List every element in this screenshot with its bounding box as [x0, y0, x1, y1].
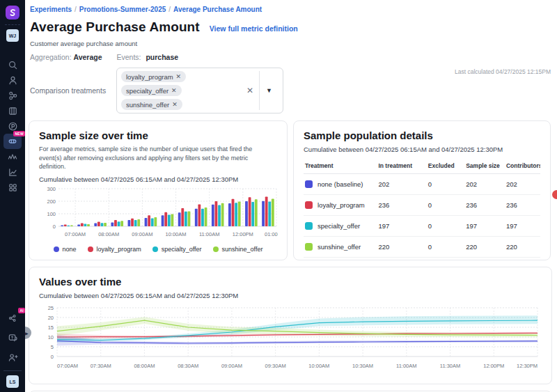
- chip-remove-icon[interactable]: ✕: [176, 73, 182, 80]
- treatment-chips: loyalty_program✕specialty_offer✕sunshine…: [121, 71, 241, 110]
- sidebar: WJ NEW AI LS: [0, 0, 25, 392]
- svg-text:01:00PM: 01:00PM: [265, 231, 278, 237]
- svg-text:15: 15: [48, 324, 54, 331]
- table-row: sunshine_offer2200220220: [304, 237, 540, 258]
- svg-text:5: 5: [51, 344, 54, 350]
- svg-text:12:00PM: 12:00PM: [233, 231, 253, 237]
- population-title: Sample population details: [304, 130, 540, 141]
- sample-size-period: Cumulative between 04/27/2025 06:15AM an…: [39, 175, 277, 183]
- comparison-treatments-label: Comparison treatments: [30, 86, 116, 95]
- chevron-down-icon[interactable]: ▼: [260, 87, 278, 94]
- svg-text:11:30AM: 11:30AM: [440, 363, 460, 369]
- table-header: Sample size: [464, 159, 505, 174]
- events-value: purchase: [146, 53, 178, 61]
- svg-text:12:00PM: 12:00PM: [483, 363, 504, 369]
- breadcrumb: Experiments/Promotions-Summer-2025/Avera…: [30, 6, 551, 13]
- breadcrumb-metric-name[interactable]: Average Purchase Amount: [173, 6, 262, 13]
- feature-gates-icon[interactable]: [3, 88, 22, 103]
- ai-badge: AI: [18, 308, 25, 313]
- values-period: Cumulative between 04/27/2025 06:15AM an…: [39, 292, 542, 299]
- aggregation-value: Average: [73, 53, 102, 61]
- new-badge: NEW: [13, 131, 25, 136]
- svg-text:0: 0: [51, 354, 54, 360]
- svg-text:10: 10: [48, 334, 54, 340]
- autotune-icon[interactable]: [3, 149, 22, 164]
- legend-item: specialty_offer: [152, 246, 202, 253]
- treatment-select[interactable]: loyalty_program✕specialty_offer✕sunshine…: [116, 68, 283, 113]
- experiments-icon[interactable]: NEW: [3, 134, 22, 149]
- ai-assistant-icon[interactable]: AI: [3, 311, 22, 326]
- page-title: Average Purchase Amount: [30, 19, 200, 35]
- svg-text:0: 0: [53, 223, 56, 229]
- svg-text:25: 25: [48, 305, 54, 311]
- chip-remove-icon[interactable]: ✕: [171, 87, 177, 94]
- treatment-chip: loyalty_program✕: [121, 71, 186, 82]
- treatment-chip: sunshine_offer✕: [121, 99, 182, 110]
- last-calculated: Last calculated 04/27/2025 12:15PM: [455, 68, 551, 75]
- metrics-icon[interactable]: [3, 164, 22, 180]
- metric-subtitle: Customer average purchase amount: [30, 40, 551, 47]
- page-header: Experiments/Promotions-Summer-2025/Avera…: [25, 0, 557, 113]
- edge-notification-tab[interactable]: [552, 190, 557, 199]
- bar-chart-legend: noneloyalty_programspecialty_offersunshi…: [39, 246, 277, 253]
- dynamic-config-icon[interactable]: [3, 103, 22, 118]
- table-row: specialty_offer1970197197: [304, 216, 540, 237]
- breadcrumb-experiments[interactable]: Experiments: [30, 6, 72, 13]
- treatment-color-swatch: [305, 201, 313, 209]
- svg-text:09:00AM: 09:00AM: [132, 231, 152, 237]
- treatment-color-swatch: [305, 222, 313, 230]
- search-icon[interactable]: [3, 57, 22, 72]
- treatment-color-swatch: [305, 180, 313, 188]
- statsig-logo-icon[interactable]: [6, 6, 19, 19]
- table-header: In treatment: [377, 159, 426, 174]
- project-avatar[interactable]: WJ: [6, 29, 19, 42]
- svg-text:10:00AM: 10:00AM: [166, 231, 187, 237]
- view-metric-definition-link[interactable]: View full metric definition: [210, 24, 298, 33]
- svg-text:10:00AM: 10:00AM: [308, 363, 329, 369]
- main-content: Experiments/Promotions-Summer-2025/Avera…: [25, 0, 557, 392]
- svg-text:08:30AM: 08:30AM: [178, 363, 198, 369]
- sidebar-bottom-divider: [3, 370, 22, 371]
- clear-all-icon[interactable]: ✕: [241, 86, 259, 95]
- users-icon[interactable]: [3, 72, 22, 88]
- svg-text:10:30AM: 10:30AM: [352, 363, 373, 369]
- invite-user-icon[interactable]: [3, 350, 22, 365]
- table-header: Contributors: [505, 159, 540, 174]
- values-over-time-card: Values over time Cumulative between 04/2…: [29, 267, 552, 384]
- table-row: none (baseline)2020202202: [304, 174, 540, 195]
- legend-item: loyalty_program: [88, 246, 141, 253]
- sample-size-description: For average metrics, sample size is the …: [39, 145, 267, 171]
- treatment-chip: specialty_offer✕: [121, 85, 182, 96]
- sidebar-divider: [5, 24, 20, 25]
- svg-text:07:30AM: 07:30AM: [91, 363, 111, 369]
- svg-text:09:30AM: 09:30AM: [265, 363, 286, 369]
- table-row: loyalty_program2360236236: [304, 195, 540, 216]
- svg-text:12:30PM: 12:30PM: [517, 363, 538, 369]
- treatment-color-swatch: [305, 243, 313, 251]
- svg-text:09:00AM: 09:00AM: [221, 363, 242, 369]
- table-header: Treatment: [304, 159, 377, 174]
- svg-text:200: 200: [47, 198, 56, 204]
- user-avatar[interactable]: LS: [6, 375, 19, 388]
- sample-size-card: Sample size over time For average metric…: [29, 120, 288, 260]
- aggregation-row: Aggregation: Average Events: purchase: [30, 53, 551, 61]
- svg-text:07:00AM: 07:00AM: [57, 363, 78, 369]
- svg-text:300: 300: [47, 186, 56, 192]
- chip-remove-icon[interactable]: ✕: [172, 101, 178, 108]
- population-period: Cumulative between 04/27/2025 06:15AM an…: [304, 146, 540, 153]
- values-line-chart: 051015202507:00AM07:30AM08:00AM08:30AM09…: [39, 304, 542, 376]
- population-card: Sample population details Cumulative bet…: [293, 120, 551, 260]
- svg-text:11:00AM: 11:00AM: [396, 363, 416, 369]
- svg-text:20: 20: [48, 315, 54, 321]
- legend-item: sunshine_offer: [213, 246, 263, 253]
- breadcrumb-experiment-name[interactable]: Promotions-Summer-2025: [79, 6, 166, 13]
- svg-text:11:00AM: 11:00AM: [199, 231, 219, 237]
- help-icon[interactable]: [3, 330, 22, 345]
- svg-text:08:00AM: 08:00AM: [98, 231, 119, 237]
- svg-text:100: 100: [47, 210, 56, 217]
- values-title: Values over time: [39, 276, 542, 288]
- sample-size-bar-chart: 010020030007:00AM08:00AM09:00AM10:00AM11…: [39, 186, 278, 242]
- sample-size-title: Sample size over time: [39, 130, 277, 141]
- dashboards-icon[interactable]: [3, 180, 22, 195]
- population-table: TreatmentIn treatmentExcludedSample size…: [304, 159, 540, 258]
